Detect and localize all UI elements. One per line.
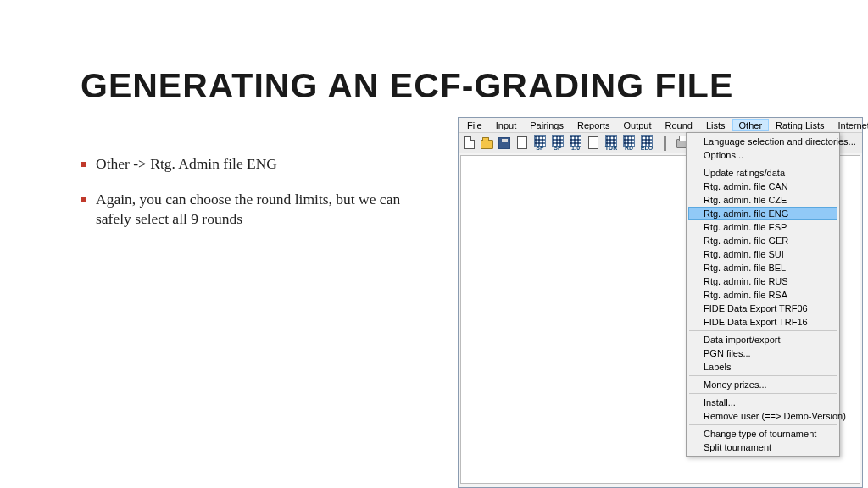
dropdown-separator bbox=[689, 164, 837, 164]
save-button[interactable] bbox=[496, 135, 513, 152]
bullet-square-icon bbox=[81, 162, 86, 167]
dropdown-item[interactable]: Rtg. admin. file RUS bbox=[688, 274, 837, 288]
dropdown-item[interactable]: Labels bbox=[688, 360, 837, 374]
page-icon bbox=[517, 136, 527, 149]
dropdown-item[interactable]: FIDE Data Export TRF16 bbox=[688, 315, 837, 329]
open-file-button[interactable] bbox=[478, 135, 495, 152]
dropdown-item[interactable]: Rtg. admin. file SUI bbox=[688, 247, 837, 261]
dropdown-separator bbox=[689, 375, 837, 376]
dropdown-item[interactable]: PGN files... bbox=[688, 347, 837, 360]
dropdown-item[interactable]: Rtg. admin. file CAN bbox=[688, 180, 837, 193]
divider-icon bbox=[664, 136, 666, 151]
dropdown-item[interactable]: Update ratings/data bbox=[688, 166, 837, 180]
dropdown-item[interactable]: Rtg. admin. file RSA bbox=[688, 288, 837, 302]
bullet-list: Other -> Rtg. Admin file ENG Again, you … bbox=[81, 154, 437, 245]
toolbar-label: SP bbox=[554, 145, 561, 151]
sp2-button[interactable]: SP bbox=[549, 135, 566, 152]
menu-bar: File Input Pairings Reports Output Round… bbox=[459, 118, 862, 133]
bullet-text: Other -> Rtg. Admin file ENG bbox=[96, 154, 277, 175]
dropdown-item[interactable]: Data import/export bbox=[688, 333, 837, 347]
dropdown-item[interactable]: FIDE Data Export TRF06 bbox=[688, 302, 837, 315]
elo-button[interactable]: ELO bbox=[638, 135, 655, 152]
page-icon bbox=[588, 136, 598, 149]
dropdown-item[interactable]: Money prizes... bbox=[688, 378, 837, 391]
bullet-text: Again, you can choose the round limits, … bbox=[96, 190, 437, 230]
page2-button[interactable] bbox=[585, 135, 602, 152]
dropdown-item[interactable]: Options... bbox=[688, 148, 837, 162]
bullet-item: Again, you can choose the round limits, … bbox=[81, 190, 437, 230]
toolbar-label: 1:0 bbox=[571, 145, 580, 151]
menu-round[interactable]: Round bbox=[659, 119, 699, 131]
bullet-square-icon bbox=[81, 197, 86, 202]
dropdown-separator bbox=[689, 330, 837, 331]
page-button[interactable] bbox=[514, 135, 531, 152]
menu-input[interactable]: Input bbox=[489, 119, 523, 131]
new-file-button[interactable] bbox=[460, 135, 477, 152]
bullet-item: Other -> Rtg. Admin file ENG bbox=[81, 154, 437, 175]
dropdown-item[interactable]: Language selection and directories... bbox=[688, 135, 837, 148]
sp1-button[interactable]: SP bbox=[531, 135, 548, 152]
dropdown-item[interactable]: Rtg. admin. file ESP bbox=[688, 220, 837, 234]
toolbar-label: SP bbox=[536, 145, 543, 151]
tur-button[interactable]: TUR bbox=[603, 135, 620, 152]
open-folder-icon bbox=[481, 140, 493, 149]
menu-file[interactable]: File bbox=[460, 119, 489, 131]
menu-rating-lists[interactable]: Rating Lists bbox=[769, 119, 831, 131]
rd-button[interactable]: RD bbox=[620, 135, 637, 152]
menu-pairings[interactable]: Pairings bbox=[523, 119, 570, 131]
divider bbox=[656, 135, 673, 152]
menu-other[interactable]: Other bbox=[732, 119, 770, 131]
dropdown-item[interactable]: Change type of tournament bbox=[688, 427, 837, 441]
dropdown-item[interactable]: Install... bbox=[688, 396, 837, 409]
save-icon bbox=[498, 137, 510, 149]
toolbar-label: ELO bbox=[641, 145, 653, 151]
menu-lists[interactable]: Lists bbox=[699, 119, 732, 131]
dropdown-item[interactable]: Rtg. admin. file BEL bbox=[688, 261, 837, 274]
new-file-icon bbox=[464, 136, 475, 149]
one-zero-button[interactable]: 1:0 bbox=[567, 135, 584, 152]
toolbar-label: RD bbox=[625, 145, 633, 151]
toolbar-label: TUR bbox=[605, 145, 617, 151]
menu-internet[interactable]: Internet bbox=[832, 119, 868, 131]
dropdown-item[interactable]: Rtg. admin. file CZE bbox=[688, 193, 837, 207]
dropdown-item[interactable]: Rtg. admin. file ENG bbox=[688, 207, 837, 220]
other-dropdown-menu: Language selection and directories...Opt… bbox=[686, 132, 840, 457]
dropdown-separator bbox=[689, 424, 837, 425]
dropdown-item[interactable]: Rtg. admin. file GER bbox=[688, 234, 837, 247]
slide-title: GENERATING AN ECF-GRADING FILE bbox=[81, 66, 733, 106]
dropdown-separator bbox=[689, 393, 837, 394]
menu-reports[interactable]: Reports bbox=[570, 119, 617, 131]
dropdown-item[interactable]: Remove user (==> Demo-Version) bbox=[688, 409, 837, 423]
dropdown-item[interactable]: Split tournament bbox=[688, 441, 837, 454]
menu-output[interactable]: Output bbox=[616, 119, 658, 131]
